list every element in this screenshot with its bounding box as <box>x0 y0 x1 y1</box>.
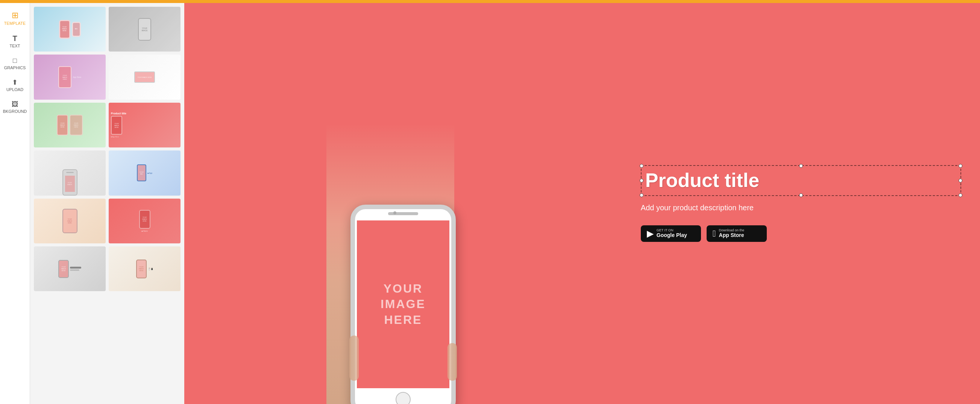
app-store-text: Download on the App Store <box>719 229 745 239</box>
hand-finger-right <box>447 343 457 381</box>
text-icon: T <box>13 35 17 42</box>
selection-handle-bm <box>799 193 803 197</box>
content-section: Product title Add your product descripti… <box>622 150 980 256</box>
template-thumb-10[interactable]: YOURIMAGEHERE ■ Store <box>109 199 180 243</box>
sidebar-label-graphics: GRAPHICS <box>4 65 25 70</box>
sidebar-label-template: TEMPLATE <box>4 21 25 25</box>
app-store-button[interactable]:  Download on the App Store <box>706 225 767 242</box>
sidebar: ⊞ TEMPLATE T TEXT □ GRAPHICS ⬆ UPLOAD 🖼 … <box>0 3 30 404</box>
sidebar-item-upload[interactable]: ⬆ UPLOAD <box>0 75 30 96</box>
google-play-button[interactable]: ▶ GET IT ON Google Play <box>641 225 701 242</box>
app-store-label-small: Download on the <box>719 229 745 232</box>
product-title-selection-box[interactable]: Product title <box>641 165 961 196</box>
bkground-icon: 🖼 <box>12 101 18 108</box>
canvas: YOURIMAGEHERE <box>184 3 980 404</box>
google-play-text: GET IT ON Google Play <box>657 229 687 239</box>
selection-handle-br <box>959 193 963 197</box>
top-orange-bar <box>0 0 980 3</box>
selection-handle-ml <box>640 179 643 183</box>
phone-image-placeholder: YOURIMAGEHERE <box>380 281 426 328</box>
template-thumb-5[interactable]: YOURIMAGEHERE YOURIMAGEHERE <box>34 103 106 148</box>
sidebar-item-graphics[interactable]: □ GRAPHICS <box>0 52 30 75</box>
sidebar-label-bkground: BKGROUND <box>3 109 27 114</box>
phone-container: YOURIMAGEHERE <box>350 205 456 404</box>
template-thumb-9[interactable]: YOURIMAGEHERE <box>34 199 106 243</box>
template-thumb-11[interactable]: YOURIMAGEHERE <box>34 247 106 291</box>
phone-shell: YOURIMAGEHERE <box>350 205 456 404</box>
app-store-label-large: App Store <box>719 232 745 239</box>
template-thumb-2[interactable]: YOURIMAGE <box>109 7 180 51</box>
sidebar-item-bkground[interactable]: 🖼 BKGROUND <box>0 96 30 118</box>
sidebar-label-text: TEXT <box>10 44 20 48</box>
canvas-area: YOURIMAGEHERE <box>184 3 980 404</box>
template-thumb-3[interactable]: YOURIMAGEHERE App Store <box>34 54 106 99</box>
product-title[interactable]: Product title <box>645 170 957 191</box>
selection-handle-tl <box>640 164 643 168</box>
sidebar-item-template[interactable]: ⊞ TEMPLATE <box>0 7 30 30</box>
template-thumb-6[interactable]: Product title YOURIMAGEHERE ■ App Store <box>109 103 180 148</box>
app-buttons-container: ▶ GET IT ON Google Play  Download on th… <box>641 225 961 242</box>
template-thumb-4[interactable]: YOUR IMAGE HERE <box>109 54 180 99</box>
phone-home-button <box>396 392 410 404</box>
google-play-icon: ▶ <box>647 228 654 239</box>
phone-section: YOURIMAGEHERE <box>184 3 622 404</box>
template-thumb-12[interactable]: YOURIMAGEHERE ⌚ 📱 <box>109 247 180 291</box>
hand-finger-left <box>349 336 359 381</box>
template-thumb-7[interactable]: YOURIMAGE <box>34 151 106 195</box>
phone-speaker <box>388 212 418 215</box>
selection-handle-mr <box>959 179 963 183</box>
product-description[interactable]: Add your product description here <box>641 204 961 212</box>
template-thumb-8[interactable]: YOURIMG ■ App <box>109 151 180 195</box>
phone-screen: YOURIMAGEHERE <box>357 220 449 388</box>
selection-handle-bl <box>640 193 643 197</box>
google-play-label-small: GET IT ON <box>657 229 687 232</box>
template-panel: YOURIMAGEHERE IMG YOURIMAGE YOURIMAGEHER… <box>30 3 184 404</box>
sidebar-label-upload: UPLOAD <box>6 87 23 92</box>
template-thumb-1[interactable]: YOURIMAGEHERE IMG <box>34 7 106 51</box>
graphics-icon: □ <box>13 57 17 64</box>
selection-handle-tr <box>959 164 963 168</box>
sidebar-item-text[interactable]: T TEXT <box>0 30 30 52</box>
template-icon: ⊞ <box>12 11 18 19</box>
google-play-label-large: Google Play <box>657 232 687 239</box>
selection-handle-tm <box>799 164 803 168</box>
app-container: ⊞ TEMPLATE T TEXT □ GRAPHICS ⬆ UPLOAD 🖼 … <box>0 3 980 404</box>
apple-icon:  <box>713 228 716 239</box>
upload-icon: ⬆ <box>12 79 18 86</box>
